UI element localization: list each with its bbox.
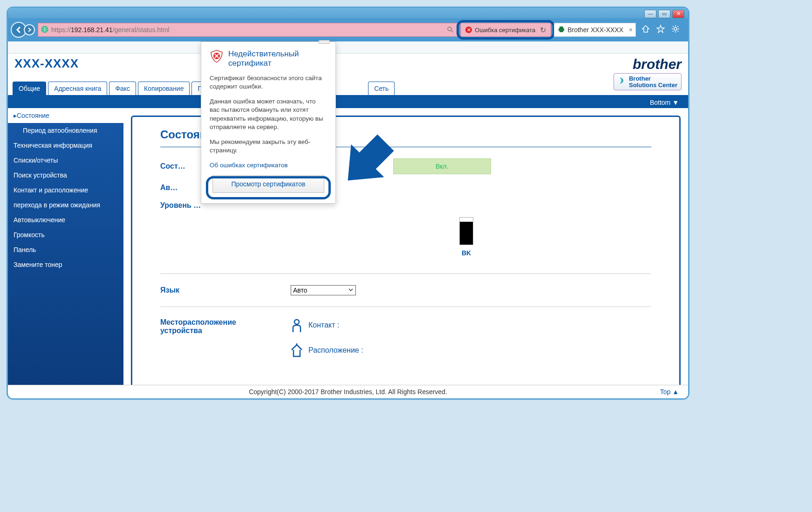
flyout-text-1: Сертификат безопасности этого сайта соде… xyxy=(210,74,327,91)
flyout-title: Недействительный сертификат xyxy=(228,49,327,68)
location-details: Контакт : Расположение : xyxy=(291,318,363,357)
flyout-text-3: Мы рекомендуем закрыть эту веб-страницу. xyxy=(210,138,327,155)
language-row: Язык Авто xyxy=(160,285,651,295)
url-path: /general/status.html xyxy=(113,26,170,34)
sidebar-item-lists[interactable]: Списки/отчеты xyxy=(8,153,123,168)
certificate-error-badge[interactable]: ✕ Ошибка сертификата ↻ xyxy=(460,23,551,37)
svg-line-13 xyxy=(673,31,674,32)
sidebar-item-replace-toner[interactable]: Замените тонер xyxy=(8,257,123,272)
window-controls: — ▭ ✕ xyxy=(644,10,684,18)
refresh-icon[interactable]: ↻ xyxy=(540,26,546,34)
language-label: Язык xyxy=(160,286,253,294)
sidebar-item-refresh-period[interactable]: Период автообновления xyxy=(8,123,123,138)
divider-1 xyxy=(160,273,651,274)
svg-rect-5 xyxy=(560,30,563,32)
tab-copy[interactable]: Копирование xyxy=(138,82,190,95)
instruction-arrow-icon xyxy=(340,133,396,190)
solutions-center-button[interactable]: Brother Solutions Center xyxy=(614,73,682,90)
cert-errors-link[interactable]: Об ошибках сертификатов xyxy=(210,162,288,169)
shield-error-icon xyxy=(210,49,224,65)
location-item: Расположение : xyxy=(291,343,363,357)
language-value: Авто xyxy=(293,287,307,294)
brother-logo: brother xyxy=(614,56,682,72)
svg-point-1 xyxy=(448,27,451,31)
footer: Copyright(C) 2000-2017 Brother Industrie… xyxy=(8,385,688,398)
svg-line-14 xyxy=(677,26,678,27)
home-icon[interactable] xyxy=(641,25,650,35)
window-close-button[interactable]: ✕ xyxy=(672,10,684,18)
bottom-anchor[interactable]: Bottom ▼ xyxy=(8,97,688,108)
status-label: Сост… xyxy=(160,162,188,171)
ie-globe-icon xyxy=(41,26,48,34)
toner-bk-label: BK xyxy=(281,249,651,257)
sidebar-item-autooff[interactable]: Автовыключение xyxy=(8,212,123,227)
house-icon xyxy=(291,343,303,357)
error-icon: ✕ xyxy=(465,27,472,33)
location-row: Месторасположение устройства Контакт : Р… xyxy=(160,318,651,357)
auto-label: Ав… xyxy=(160,184,188,192)
solutions-icon xyxy=(618,76,626,87)
printer-icon xyxy=(558,26,565,34)
gear-icon[interactable] xyxy=(671,25,680,35)
browser-tab[interactable]: Brother XXX-XXXX × xyxy=(554,23,636,37)
tab-close-icon[interactable]: × xyxy=(629,26,633,34)
window-titlebar[interactable] xyxy=(8,8,688,18)
contact-row: Контакт : xyxy=(291,318,363,332)
sidebar-item-techinfo[interactable]: Техническая информация xyxy=(8,138,123,153)
tab-fax[interactable]: Факс xyxy=(109,82,136,95)
svg-rect-3 xyxy=(560,27,563,28)
solutions-label: Brother Solutions Center xyxy=(629,75,677,88)
contact-label: Контакт : xyxy=(308,321,340,329)
window-maximize-button[interactable]: ▭ xyxy=(658,10,670,18)
svg-line-11 xyxy=(673,26,674,27)
flyout-text-2: Данная ошибка может означать, что вас пы… xyxy=(210,97,327,131)
toolbar-right-icons xyxy=(636,25,685,35)
location-label: Расположение : xyxy=(308,346,363,355)
copyright-text: Copyright(C) 2000-2017 Brother Industrie… xyxy=(249,388,447,396)
address-bar[interactable]: https:// 192.168.21.41 /general/status.h… xyxy=(38,23,457,37)
search-icon[interactable] xyxy=(447,26,453,34)
browser-window: — ▭ ✕ https:// 192.168.21.41 /general/st… xyxy=(7,7,689,400)
url-host: 192.168.21.41 xyxy=(71,26,113,34)
tab-addressbook[interactable]: Адресная книга xyxy=(48,82,107,95)
browser-toolbar: https:// 192.168.21.41 /general/status.h… xyxy=(8,18,688,41)
cert-badge-wrap: ✕ Ошибка сертификата ↻ xyxy=(460,23,551,37)
sidebar-item-panel[interactable]: Панель xyxy=(8,242,123,257)
language-select[interactable]: Авто xyxy=(291,285,356,295)
tab-network[interactable]: Сеть xyxy=(368,82,395,95)
nav-tabs: Общие Адресная книга Факс Копирование Пе… xyxy=(8,82,688,97)
sidebar-item-find-device[interactable]: Поиск устройства xyxy=(8,168,123,183)
model-name: XXX-XXXX xyxy=(14,56,79,71)
brother-block: brother Brother Solutions Center xyxy=(614,56,682,90)
favorites-icon[interactable] xyxy=(656,25,665,35)
sidebar-item-volume[interactable]: Громкость xyxy=(8,227,123,242)
svg-point-15 xyxy=(294,320,299,324)
url-scheme: https:// xyxy=(51,26,71,34)
sidebar-item-contact[interactable]: Контакт и расположение xyxy=(8,183,123,198)
user-icon xyxy=(291,318,303,332)
forward-button[interactable] xyxy=(24,24,35,35)
toner-bar-bk xyxy=(459,217,473,245)
browser-subbar xyxy=(8,41,688,54)
svg-line-2 xyxy=(451,30,453,32)
location-heading: Месторасположение устройства xyxy=(160,318,253,335)
svg-line-12 xyxy=(677,31,678,32)
tab-general[interactable]: Общие xyxy=(13,82,46,95)
window-minimize-button[interactable]: — xyxy=(644,10,656,18)
chevron-down-icon xyxy=(348,287,354,294)
view-certificates-button[interactable]: Просмотр сертификатов xyxy=(212,175,324,193)
certificate-flyout: Недействительный сертификат Сертификат б… xyxy=(201,41,336,204)
status-value: Вкл. xyxy=(393,158,491,174)
top-anchor[interactable]: Top ▲ xyxy=(660,388,679,396)
certificate-error-label: Ошибка сертификата xyxy=(475,27,535,34)
sidebar-item-status[interactable]: Состояние xyxy=(8,108,123,123)
tab-title: Brother XXX-XXXX xyxy=(567,26,623,34)
page-body: XXX-XXXX brother Brother Solutions Cente… xyxy=(8,54,688,398)
flyout-grip[interactable] xyxy=(319,40,330,44)
divider-2 xyxy=(160,307,651,307)
sidebar: Состояние Период автообновления Техничес… xyxy=(8,108,123,397)
sidebar-item-sleep[interactable]: перехода в режим ожидания xyxy=(8,198,123,212)
page-header: XXX-XXXX brother Brother Solutions Cente… xyxy=(8,54,688,82)
toner-display: BK xyxy=(281,217,651,257)
svg-point-6 xyxy=(674,27,677,30)
